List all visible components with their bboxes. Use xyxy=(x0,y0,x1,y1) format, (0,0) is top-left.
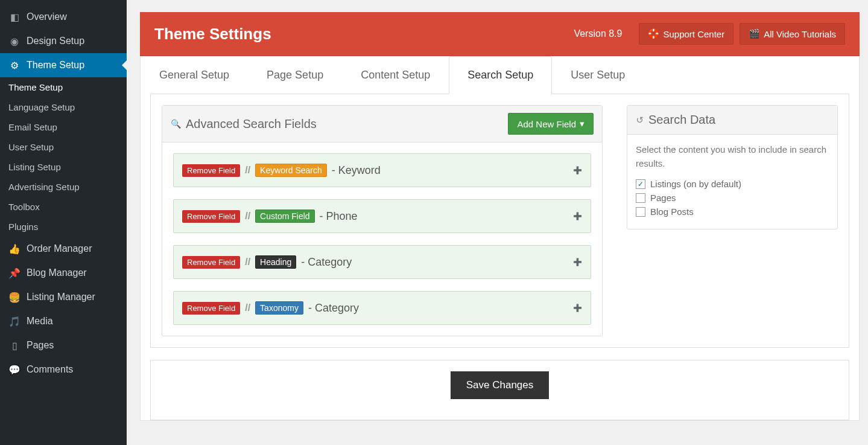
field-row[interactable]: Remove Field // Custom Field - Phone ➕ xyxy=(173,199,591,233)
sub-advertising-setup[interactable]: Advertising Setup xyxy=(0,177,127,197)
sidebar-item-overview[interactable]: ◧ Overview xyxy=(0,5,127,29)
sidebar: ◧ Overview ◉ Design Setup ⚙ Theme Setup … xyxy=(0,0,127,445)
caret-down-icon: ▾ xyxy=(580,118,584,129)
field-row[interactable]: Remove Field // Keyword Search - Keyword… xyxy=(173,153,591,187)
pages-icon: ▯ xyxy=(8,339,21,351)
field-name: - Keyword xyxy=(332,164,381,177)
field-name: - Phone xyxy=(320,210,358,223)
sidebar-item-design[interactable]: ◉ Design Setup xyxy=(0,29,127,53)
checkbox-listings[interactable]: ✓ Listings (on by default) xyxy=(636,179,829,189)
expand-icon[interactable]: ➕ xyxy=(573,304,582,312)
field-name: - Category xyxy=(308,302,359,315)
main-content: Theme Settings Version 8.9 🛟 Support Cen… xyxy=(127,0,868,445)
support-center-button[interactable]: 🛟 Support Center xyxy=(639,23,733,45)
checkbox-label: Pages xyxy=(650,193,676,203)
sidebar-label: Pages xyxy=(27,340,54,351)
panel-title: Advanced Search Fields xyxy=(186,117,317,131)
field-type-tag: Custom Field xyxy=(255,210,314,223)
checkbox-icon xyxy=(636,207,645,217)
sidebar-label: Design Setup xyxy=(27,36,84,46)
sidebar-item-pages[interactable]: ▯ Pages xyxy=(0,333,127,357)
sidebar-label: Overview xyxy=(27,11,67,22)
sidebar-label: Blog Manager xyxy=(27,267,87,278)
refresh-icon: ↻ xyxy=(636,115,644,126)
sub-listing-setup[interactable]: Listing Setup xyxy=(0,157,127,177)
listing-icon: 🍔 xyxy=(8,291,21,303)
panel-title: Search Data xyxy=(648,113,715,127)
comments-icon: 💬 xyxy=(8,363,21,376)
remove-field-button[interactable]: Remove Field xyxy=(182,210,240,223)
sub-email-setup[interactable]: Email Setup xyxy=(0,117,127,137)
checkbox-blog-posts[interactable]: Blog Posts xyxy=(636,206,829,217)
video-icon: 🎬 xyxy=(749,28,760,39)
separator: // xyxy=(245,303,250,313)
tab-content-setup[interactable]: Content Setup xyxy=(342,56,449,94)
gear-icon: ⚙ xyxy=(8,59,21,71)
tab-strip: General Setup Page Setup Content Setup S… xyxy=(141,56,859,94)
pin-icon: 📌 xyxy=(8,267,21,279)
sidebar-item-media[interactable]: 🎵 Media xyxy=(0,309,127,333)
sidebar-item-listing-manager[interactable]: 🍔 Listing Manager xyxy=(0,285,127,309)
sidebar-item-theme-setup[interactable]: ⚙ Theme Setup xyxy=(0,53,127,77)
sub-user-setup[interactable]: User Setup xyxy=(0,137,127,157)
version-label: Version 8.9 xyxy=(574,28,622,39)
field-name: - Category xyxy=(301,256,352,269)
sidebar-item-blog-manager[interactable]: 📌 Blog Manager xyxy=(0,261,127,285)
search-data-panel: ↻ Search Data Select the content you wis… xyxy=(627,105,838,229)
checkbox-label: Listings (on by default) xyxy=(650,179,741,189)
field-row[interactable]: Remove Field // Heading - Category ➕ xyxy=(173,245,591,279)
remove-field-button[interactable]: Remove Field xyxy=(182,302,240,315)
support-label: Support Center xyxy=(663,29,724,39)
sidebar-item-order-manager[interactable]: 👍 Order Manager xyxy=(0,237,127,261)
search-icon: 🔍 xyxy=(171,119,181,129)
separator: // xyxy=(245,211,250,222)
tab-search-setup[interactable]: Search Setup xyxy=(449,56,552,94)
sub-theme-setup[interactable]: Theme Setup xyxy=(0,77,127,97)
sidebar-label: Comments xyxy=(27,364,73,375)
add-new-field-button[interactable]: Add New Field ▾ xyxy=(508,113,594,135)
tab-page-setup[interactable]: Page Setup xyxy=(248,56,342,94)
sidebar-item-comments[interactable]: 💬 Comments xyxy=(0,357,127,382)
expand-icon[interactable]: ➕ xyxy=(573,212,582,220)
tutorials-label: All Video Tutorials xyxy=(764,29,836,39)
video-tutorials-button[interactable]: 🎬 All Video Tutorials xyxy=(740,23,845,45)
sidebar-label: Media xyxy=(27,316,53,327)
field-type-tag: Taxonomy xyxy=(255,301,303,315)
page-title: Theme Settings xyxy=(154,25,271,43)
active-arrow-icon xyxy=(122,60,127,70)
tab-content: 🔍 Advanced Search Fields Add New Field ▾ xyxy=(150,94,849,348)
sub-toolbox[interactable]: Toolbox xyxy=(0,197,127,217)
sidebar-label: Listing Manager xyxy=(27,292,95,303)
field-type-tag: Heading xyxy=(255,255,296,269)
field-row[interactable]: Remove Field // Taxonomy - Category ➕ xyxy=(173,291,591,325)
search-data-description: Select the content you wish to include i… xyxy=(636,143,829,170)
expand-icon[interactable]: ➕ xyxy=(573,166,582,174)
separator: // xyxy=(245,257,250,267)
order-icon: 👍 xyxy=(8,243,21,255)
support-icon: 🛟 xyxy=(648,28,659,39)
sub-plugins[interactable]: Plugins xyxy=(0,217,127,237)
overview-icon: ◧ xyxy=(8,11,21,23)
save-area: Save Changes xyxy=(150,360,849,420)
separator: // xyxy=(245,165,250,176)
field-type-tag: Keyword Search xyxy=(255,164,327,177)
save-changes-button[interactable]: Save Changes xyxy=(451,371,550,399)
remove-field-button[interactable]: Remove Field xyxy=(182,256,240,269)
sidebar-label: Order Manager xyxy=(27,243,92,254)
sidebar-label: Theme Setup xyxy=(27,60,84,71)
remove-field-button[interactable]: Remove Field xyxy=(182,164,240,177)
checkbox-label: Blog Posts xyxy=(650,206,694,217)
design-icon: ◉ xyxy=(8,35,21,47)
checkbox-icon xyxy=(636,193,645,203)
add-label: Add New Field xyxy=(517,119,576,129)
tab-general-setup[interactable]: General Setup xyxy=(141,56,248,94)
advanced-search-panel: 🔍 Advanced Search Fields Add New Field ▾ xyxy=(162,105,603,336)
checkbox-pages[interactable]: Pages xyxy=(636,193,829,203)
checkbox-icon: ✓ xyxy=(636,179,645,189)
sub-language-setup[interactable]: Language Setup xyxy=(0,97,127,117)
page-header: Theme Settings Version 8.9 🛟 Support Cen… xyxy=(140,12,860,57)
expand-icon[interactable]: ➕ xyxy=(573,258,582,266)
tab-user-setup[interactable]: User Setup xyxy=(552,56,644,94)
media-icon: 🎵 xyxy=(8,315,21,327)
